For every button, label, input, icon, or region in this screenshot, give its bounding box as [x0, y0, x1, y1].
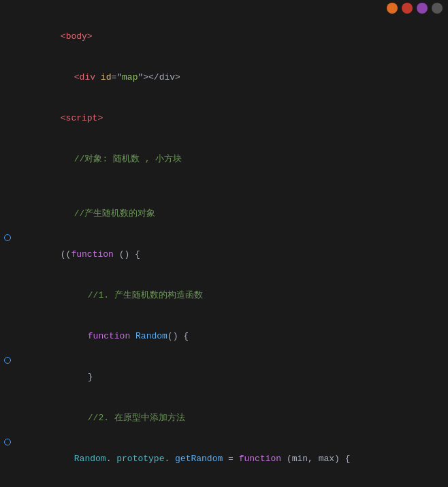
breakpoint[interactable] [4, 439, 11, 445]
code-line: //1. 产生随机数的构造函数 [0, 275, 448, 316]
code-line: function Random() { [0, 316, 448, 357]
code-line: return parseInt(Math. random() * (max-mi… [0, 480, 448, 487]
icon-orange [387, 3, 398, 14]
icon-red [402, 3, 413, 14]
code-line: Random. prototype. getRandom = function … [0, 439, 448, 480]
code-line: <script> [0, 98, 448, 139]
code-line: } [0, 357, 448, 398]
code-line: //对象: 随机数 , 小方块 [0, 139, 448, 180]
icon-purple [417, 3, 428, 14]
code-line: //2. 在原型中添加方法 [0, 398, 448, 439]
code-line [0, 180, 448, 193]
code-line: <body> [0, 16, 448, 57]
code-line: ((function () { [0, 234, 448, 275]
top-bar [0, 0, 448, 16]
code-container: <body> <div id="map"></div> <script> //对… [0, 0, 448, 487]
icon-gray [432, 3, 443, 14]
breakpoint[interactable] [4, 357, 11, 364]
breakpoint[interactable] [4, 234, 11, 241]
code-line: <div id="map"></div> [0, 57, 448, 98]
code-line: //产生随机数的对象 [0, 193, 448, 234]
